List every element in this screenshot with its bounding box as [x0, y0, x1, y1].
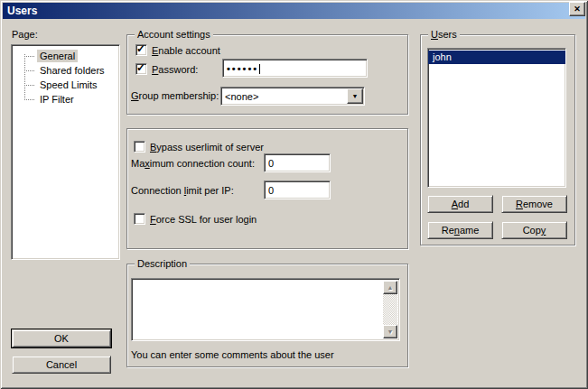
account-settings-group-title: Account settings [135, 29, 213, 41]
group-membership-value: <none> [225, 90, 258, 103]
remove-user-button[interactable]: Remove [501, 195, 567, 213]
ok-button[interactable]: OK [12, 329, 111, 347]
page-label: Page: [12, 29, 38, 41]
max-connection-label: Maximum connection count: [131, 158, 255, 170]
combo-arrow-button[interactable]: ▼ [347, 88, 363, 104]
group-membership-select[interactable]: <none> ▼ [220, 87, 365, 106]
page-tree-item[interactable]: IP Filter [12, 92, 119, 107]
page-tree: General Shared folders Speed Limits IP F… [11, 44, 120, 260]
group-membership-label: Group membership: [131, 90, 219, 102]
rename-user-button[interactable]: Rename [427, 221, 493, 239]
connection-per-ip-label: Connection limit per IP: [131, 185, 234, 197]
add-user-button[interactable]: Add [427, 195, 493, 213]
connection-per-ip-input[interactable]: 0 [264, 181, 331, 199]
force-ssl-label[interactable]: Force SSL for user login [150, 214, 257, 226]
description-group-title: Description [135, 258, 190, 270]
max-connection-input[interactable]: 0 [264, 153, 331, 172]
tree-branch-line [24, 56, 34, 57]
titlebar: Users [3, 3, 585, 19]
users-group-title: Users [428, 29, 460, 41]
users-dialog: Users ✕ Page: General Shared folders Spe… [0, 0, 588, 389]
bypass-userlimit-label[interactable]: Bypass userlimit of server [150, 142, 264, 153]
description-hint: You can enter some comments about the us… [131, 349, 334, 361]
password-label[interactable]: Password: [152, 64, 198, 76]
scroll-down-button[interactable]: ▼ [383, 325, 397, 338]
password-checkbox[interactable]: ✓ [135, 63, 147, 75]
enable-account-label[interactable]: Enable account [152, 45, 220, 57]
bypass-userlimit-checkbox[interactable]: ✓ [134, 141, 145, 153]
page-tree-item[interactable]: Shared folders [12, 63, 119, 78]
enable-account-checkbox[interactable]: ✓ [135, 44, 147, 56]
tree-branch-line [24, 99, 34, 100]
page-tree-item[interactable]: General [12, 49, 119, 63]
force-ssl-checkbox[interactable]: ✓ [134, 213, 145, 225]
max-connection-value: 0 [268, 158, 274, 169]
dropdown-arrow-icon: ▼ [352, 93, 359, 99]
user-list-item[interactable]: john [428, 51, 565, 64]
tree-branch-line [24, 70, 34, 71]
check-icon: ✓ [136, 42, 145, 55]
close-icon: ✕ [574, 5, 581, 14]
page-tree-item[interactable]: Speed Limits [12, 78, 119, 92]
users-list: john [427, 48, 566, 188]
text-caret [259, 64, 260, 74]
window-title: Users [7, 5, 37, 17]
cancel-button[interactable]: Cancel [12, 356, 111, 374]
tree-branch-line [24, 85, 34, 86]
scroll-down-icon: ▼ [387, 329, 394, 335]
check-icon: ✓ [136, 61, 145, 74]
password-value: •••••• [227, 63, 258, 74]
copy-user-button[interactable]: Copy [501, 221, 567, 239]
scroll-up-icon: ▲ [387, 284, 394, 291]
description-textarea[interactable]: ▲ ▼ [131, 278, 400, 341]
password-input[interactable]: •••••• [222, 59, 368, 78]
scroll-up-button[interactable]: ▲ [383, 281, 397, 294]
description-scrollbar[interactable]: ▲ ▼ [383, 281, 397, 338]
connection-per-ip-value: 0 [268, 185, 274, 196]
close-button[interactable]: ✕ [569, 2, 585, 16]
